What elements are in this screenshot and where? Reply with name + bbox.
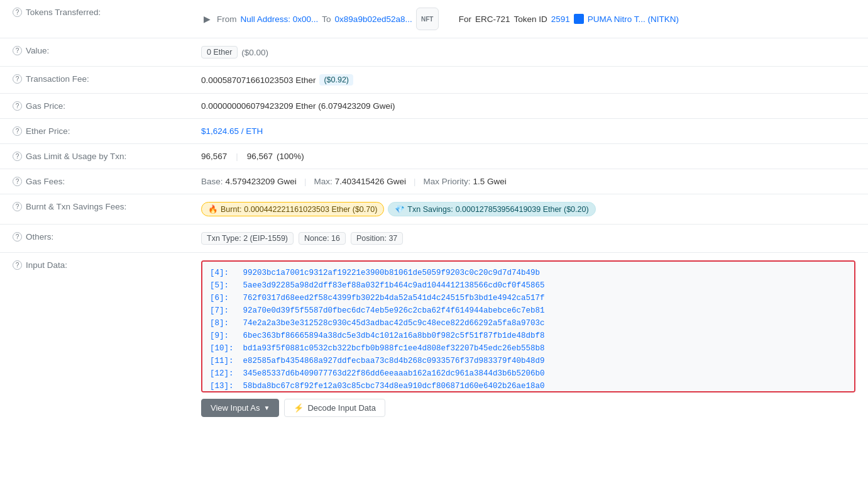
ether-price-label: ? Ether Price: [0, 119, 189, 143]
gas-fees-label: ? Gas Fees: [0, 169, 189, 194]
from-address-link[interactable]: Null Address: 0x00... [241, 14, 319, 24]
txfee-amount: 0.000587071661023503 Ether [201, 75, 316, 85]
burnt-label: Burnt: [221, 205, 241, 214]
gas-price-value: 0.000000006079423209 Ether (6.079423209 … [189, 94, 868, 118]
gas-usage: 96,567 [247, 152, 273, 161]
position-badge: Position: 37 [351, 232, 403, 245]
help-icon-input[interactable]: ? [13, 260, 22, 270]
max-priority-label: Max Priority: [424, 177, 471, 186]
token-standard: ERC-721 [475, 14, 510, 24]
gas-fees-value: Base: 4.579423209 Gwei | Max: 7.40341542… [189, 169, 868, 194]
gas-limit-row: ? Gas Limit & Usage by Txn: 96,567 | 96,… [0, 143, 868, 169]
ether-price-row: ? Ether Price: $1,624.65 / ETH [0, 118, 868, 143]
base-value: 4.579423209 Gwei [226, 177, 297, 186]
savings-value: 0.000127853956419039 Ether ($0.20) [456, 205, 589, 214]
token-name-link[interactable]: PUMA Nitro T... (NITKN) [588, 14, 679, 24]
max-label: Max: [314, 177, 332, 186]
burnt-value: 0.000442221161023503 Ether ($0.70) [244, 205, 377, 214]
transaction-fee-label: ? Transaction Fee: [0, 67, 189, 91]
value-amount-badge: 0 Ether [201, 46, 238, 58]
savings-label: Txn Savings: [407, 205, 453, 214]
base-label: Base: [201, 177, 223, 186]
gas-limit-value: 96,567 | 96,567 (100%) [189, 144, 868, 169]
pipe2: | [414, 177, 416, 186]
from-label: From [217, 14, 237, 24]
others-label: ? Others: [0, 225, 189, 249]
tokens-transferred-value: ▶ From Null Address: 0x00... To 0x89a9b0… [189, 0, 868, 38]
help-icon-burnt[interactable]: ? [13, 202, 22, 211]
help-icon-txfee[interactable]: ? [13, 74, 22, 84]
max-value: 7.403415426 Gwei [335, 177, 406, 186]
gas-pipe: | [236, 152, 238, 161]
txfee-usd-badge: ($0.92) [319, 74, 353, 86]
others-value: Txn Type: 2 (EIP-1559) Nonce: 16 Positio… [189, 225, 868, 252]
token-id-label: Token ID [514, 14, 547, 24]
token-icon [574, 14, 584, 24]
page-container: ? Tokens Transferred: ▶ From Null Addres… [0, 0, 868, 495]
input-data-value-col: [4]: 99203bc1a7001c9312af19221e3900b8106… [189, 253, 868, 425]
value-usd: ($0.00) [241, 48, 268, 57]
transaction-fee-row: ? Transaction Fee: 0.000587071661023503 … [0, 66, 868, 93]
to-label: To [322, 14, 331, 24]
gas-price-row: ? Gas Price: 0.000000006079423209 Ether … [0, 93, 868, 118]
dropdown-arrow-icon: ▼ [264, 404, 270, 411]
gas-fees-row: ? Gas Fees: Base: 4.579423209 Gwei | Max… [0, 169, 868, 194]
gas-price-text: 0.000000006079423209 Ether (6.079423209 … [201, 101, 395, 111]
ether-price-text: $1,624.65 / ETH [201, 126, 263, 136]
savings-icon: 💎 [395, 204, 405, 214]
nft-badge: NFT [416, 8, 439, 30]
txn-type-badge: Txn Type: 2 (EIP-1559) [201, 232, 294, 245]
value-label: ? Value: [0, 38, 189, 63]
input-data-label: ? Input Data: [0, 253, 189, 277]
burnt-badge: 🔥 Burnt: 0.000442221161023503 Ether ($0.… [201, 202, 384, 216]
gas-price-label: ? Gas Price: [0, 94, 189, 118]
decode-icon: ⚡ [294, 403, 304, 413]
view-input-label: View Input As [211, 403, 260, 413]
decode-input-data-button[interactable]: ⚡ Decode Input Data [284, 399, 385, 417]
ether-price-value: $1,624.65 / ETH [189, 119, 868, 143]
burnt-savings-label: ? Burnt & Txn Savings Fees: [0, 194, 189, 219]
nonce-badge: Nonce: 16 [299, 232, 346, 245]
value-row: ? Value: 0 Ether ($0.00) [0, 38, 868, 66]
savings-badge: 💎 Txn Savings: 0.000127853956419039 Ethe… [388, 202, 595, 216]
burnt-savings-value: 🔥 Burnt: 0.000442221161023503 Ether ($0.… [189, 194, 868, 224]
help-icon-gasprice[interactable]: ? [13, 101, 22, 111]
input-data-box[interactable]: [4]: 99203bc1a7001c9312af19221e3900b8106… [201, 260, 855, 392]
input-data-row: ? Input Data: [4]: 99203bc1a7001c9312af1… [0, 252, 868, 425]
help-icon-gasfees[interactable]: ? [13, 177, 22, 186]
others-row: ? Others: Txn Type: 2 (EIP-1559) Nonce: … [0, 224, 868, 252]
gas-limit-label: ? Gas Limit & Usage by Txn: [0, 144, 189, 169]
tokens-transferred-row: ? Tokens Transferred: ▶ From Null Addres… [0, 0, 868, 38]
value-value: 0 Ether ($0.00) [189, 38, 868, 66]
tokens-transferred-label: ? Tokens Transferred: [0, 0, 189, 25]
view-input-as-button[interactable]: View Input As ▼ [201, 399, 279, 417]
for-label: For [459, 14, 471, 24]
gas-percent: (100%) [277, 152, 304, 161]
arrow-icon: ▶ [204, 14, 211, 24]
max-priority-value: 1.5 Gwei [473, 177, 507, 186]
help-icon-gaslimit[interactable]: ? [13, 152, 22, 161]
help-icon-value[interactable]: ? [13, 46, 22, 55]
help-icon-others[interactable]: ? [13, 232, 22, 242]
decode-label: Decode Input Data [307, 403, 375, 413]
burnt-savings-row: ? Burnt & Txn Savings Fees: 🔥 Burnt: 0.0… [0, 194, 868, 224]
transaction-fee-value: 0.000587071661023503 Ether ($0.92) [189, 67, 868, 93]
pipe1: | [304, 177, 307, 186]
fire-icon: 🔥 [208, 204, 218, 214]
gas-limit-amount: 96,567 [201, 152, 227, 161]
input-actions: View Input As ▼ ⚡ Decode Input Data [201, 399, 855, 417]
to-address-link[interactable]: 0x89a9b02ed52a8... [335, 14, 412, 24]
token-id-link[interactable]: 2591 [551, 14, 570, 24]
help-icon-etherprice[interactable]: ? [13, 126, 22, 136]
help-icon-tokens[interactable]: ? [13, 8, 22, 17]
